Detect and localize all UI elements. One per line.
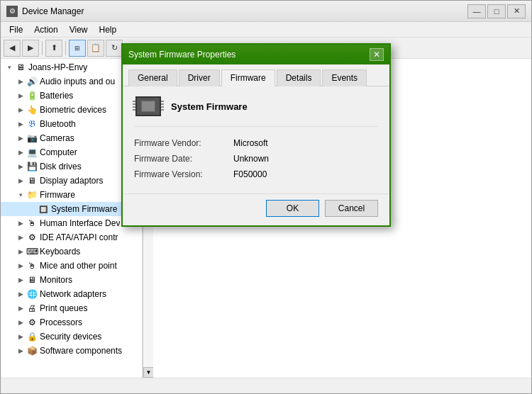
device-header: System Firmware (134, 95, 378, 127)
tab-details[interactable]: Details (277, 69, 321, 86)
tab-events[interactable]: Events (322, 69, 367, 86)
tab-general[interactable]: General (128, 69, 177, 86)
vendor-value: Microsoft (233, 138, 268, 148)
property-vendor: Firmware Vendor: Microsoft (134, 138, 378, 148)
device-image (134, 95, 162, 118)
vendor-label: Firmware Vendor: (134, 138, 233, 148)
dialog-title-bar: System Firmware Properties ✕ (123, 45, 389, 64)
property-version: Firmware Version: F050000 (134, 169, 378, 179)
chip-inner (141, 101, 155, 112)
system-firmware-dialog: System Firmware Properties ✕ General Dri… (121, 43, 391, 227)
cancel-button[interactable]: Cancel (325, 200, 378, 217)
ok-button[interactable]: OK (266, 200, 319, 217)
device-name: System Firmware (171, 101, 248, 112)
property-date: Firmware Date: Unknown (134, 154, 378, 164)
dialog-body: System Firmware Firmware Vendor: Microso… (123, 86, 389, 193)
tab-firmware[interactable]: Firmware (221, 69, 275, 86)
dialog-footer: OK Cancel (123, 193, 389, 225)
version-value: F050000 (233, 169, 267, 179)
main-window: ⚙ Device Manager — □ ✕ File Action View … (0, 0, 532, 394)
version-label: Firmware Version: (134, 169, 233, 179)
modal-overlay: System Firmware Properties ✕ General Dri… (1, 1, 531, 393)
date-value: Unknown (233, 154, 269, 164)
chip-icon (135, 96, 161, 116)
dialog-title: System Firmware Properties (128, 50, 370, 60)
tab-driver[interactable]: Driver (179, 69, 220, 86)
date-label: Firmware Date: (134, 154, 233, 164)
dialog-tabs: General Driver Firmware Details Events (123, 64, 389, 86)
dialog-close-button[interactable]: ✕ (370, 48, 384, 61)
